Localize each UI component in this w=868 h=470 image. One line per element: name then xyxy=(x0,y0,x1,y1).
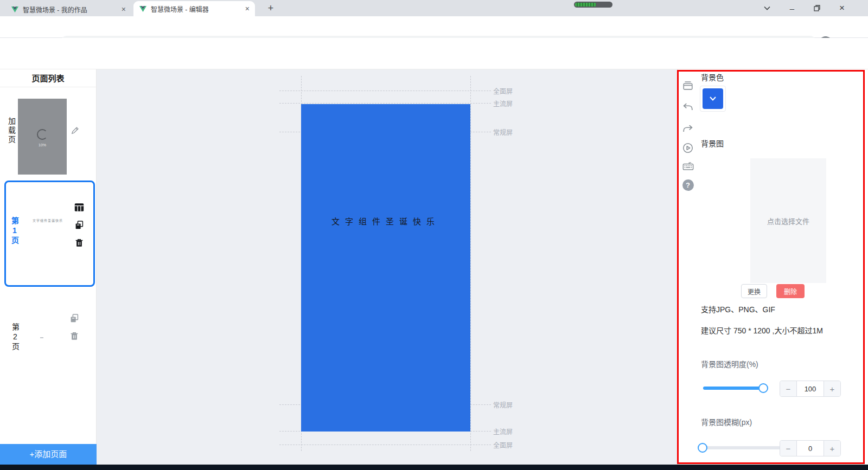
new-tab-button[interactable]: + xyxy=(264,3,278,14)
bg-color-picker[interactable] xyxy=(700,86,726,112)
blur-slider-track[interactable] xyxy=(703,446,782,449)
page-artboard[interactable]: 文字组件圣诞快乐 xyxy=(301,104,470,432)
loading-percent: 10% xyxy=(18,143,67,147)
page-label: 第2页 xyxy=(10,323,21,352)
opacity-slider-track[interactable] xyxy=(703,387,764,390)
tab-close-icon[interactable]: × xyxy=(122,5,126,13)
browser-tab-editor-active[interactable]: 智慧微场景 - 编辑器 × xyxy=(133,1,255,16)
undo-icon[interactable] xyxy=(681,101,694,114)
bg-image-label: 背景图 xyxy=(701,138,724,149)
opacity-slider-handle[interactable] xyxy=(758,383,768,393)
blur-label: 背景图模糊(px) xyxy=(701,416,752,427)
app-header: 智慧微场景 文字 图片 ♪ 音频 视 xyxy=(0,38,868,69)
browser-tab-works[interactable]: 智慧微场景 - 我的作品 × xyxy=(5,2,131,16)
recording-indicator xyxy=(574,2,612,8)
opacity-stepper: − 100 + xyxy=(780,381,841,397)
blur-stepper: − 0 + xyxy=(780,440,841,456)
delete-page-icon[interactable] xyxy=(69,331,79,341)
increase-button[interactable]: + xyxy=(824,441,840,456)
copy-page-icon[interactable] xyxy=(69,313,79,323)
help-icon[interactable]: ? xyxy=(681,178,694,191)
workspace: 页面列表 加载页 10% 第1页 文字组件圣诞快乐 xyxy=(0,69,868,465)
archive-box-icon[interactable] xyxy=(681,79,694,92)
page-thumbnail xyxy=(40,337,43,338)
copy-page-icon[interactable] xyxy=(74,220,84,230)
file-upload-dropzone[interactable]: 点击选择文件 xyxy=(750,158,826,283)
page-thumbnail[interactable]: 10% xyxy=(18,99,67,175)
bg-color-label: 背景色 xyxy=(701,72,724,82)
guide-mainstream-top: 主流屏 xyxy=(279,103,491,104)
blur-value[interactable]: 0 xyxy=(797,441,824,456)
play-preview-icon[interactable] xyxy=(681,141,694,154)
add-page-button[interactable]: +添加页面 xyxy=(0,444,97,465)
upload-hint: 点击选择文件 xyxy=(767,216,809,226)
tab-title: 智慧微场景 - 我的作品 xyxy=(23,5,118,14)
keyboard-shortcuts-icon[interactable] xyxy=(681,160,694,173)
delete-page-icon[interactable] xyxy=(74,238,84,248)
decrease-button[interactable]: − xyxy=(780,381,797,396)
taskbar-edge xyxy=(0,465,868,470)
decrease-button[interactable]: − xyxy=(780,441,797,456)
page-thumbnail-text: 文字组件圣诞快乐 xyxy=(24,218,71,223)
window-minimize-button[interactable]: – xyxy=(783,3,801,14)
grid-layout-icon[interactable] xyxy=(74,203,84,212)
browser-window: 智慧微场景 - 我的作品 × 智慧微场景 - 编辑器 × + – × ← → m… xyxy=(0,0,868,470)
delete-image-button[interactable]: 删除 xyxy=(776,284,805,298)
page-label: 加载页 xyxy=(6,117,17,145)
increase-button[interactable]: + xyxy=(824,381,840,396)
page-item-1-selected[interactable]: 第1页 文字组件圣诞快乐 xyxy=(4,181,95,287)
settings-panel: ? 背景色 背景图 点击选择文件 更换 删除 支持JPG、PNG、GIF 建议尺… xyxy=(678,69,868,465)
window-restore-button[interactable] xyxy=(808,3,826,14)
window-close-button[interactable]: × xyxy=(833,3,851,14)
text-component[interactable]: 文字组件圣诞快乐 xyxy=(301,215,470,227)
opacity-label: 背景图透明度(%) xyxy=(701,358,758,369)
browser-toolbar: ← → ms.kyk251.cn/#/editor/58e29f5ad38543… xyxy=(0,16,868,38)
guide-fullscreen-bottom: 全面屏 xyxy=(279,445,491,445)
color-swatch[interactable] xyxy=(703,88,723,109)
guide-fullscreen-top: 全面屏 xyxy=(279,91,491,91)
blur-slider-handle[interactable] xyxy=(698,443,707,453)
supported-formats-text: 支持JPG、PNG、GIF xyxy=(701,304,775,314)
chevron-down-icon xyxy=(709,96,717,101)
vue-favicon xyxy=(11,6,19,13)
editor-canvas[interactable]: 全面屏 主流屏 常规屏 常规屏 主流屏 全面屏 文字组件圣诞快乐 xyxy=(97,69,678,465)
tab-strip: 智慧微场景 - 我的作品 × 智慧微场景 - 编辑器 × + – × xyxy=(0,0,868,16)
size-hint-text: 建议尺寸 750 * 1200 ,大小不超过1M xyxy=(701,325,823,336)
page-list-panel: 页面列表 加载页 10% 第1页 文字组件圣诞快乐 xyxy=(0,69,97,465)
opacity-value[interactable]: 100 xyxy=(797,381,824,396)
tab-title: 智慧微场景 - 编辑器 xyxy=(151,4,241,14)
page-label: 第1页 xyxy=(9,217,20,246)
vue-favicon xyxy=(139,5,147,12)
replace-image-button[interactable]: 更换 xyxy=(741,284,767,298)
tab-search-chevron-icon[interactable] xyxy=(758,3,776,14)
recording-progress xyxy=(575,3,596,7)
edit-pencil-icon[interactable] xyxy=(71,126,80,135)
tab-close-icon[interactable]: × xyxy=(245,5,250,12)
loading-spinner xyxy=(37,129,48,140)
page-list-title: 页面列表 xyxy=(0,69,96,87)
redo-icon[interactable] xyxy=(681,123,694,136)
